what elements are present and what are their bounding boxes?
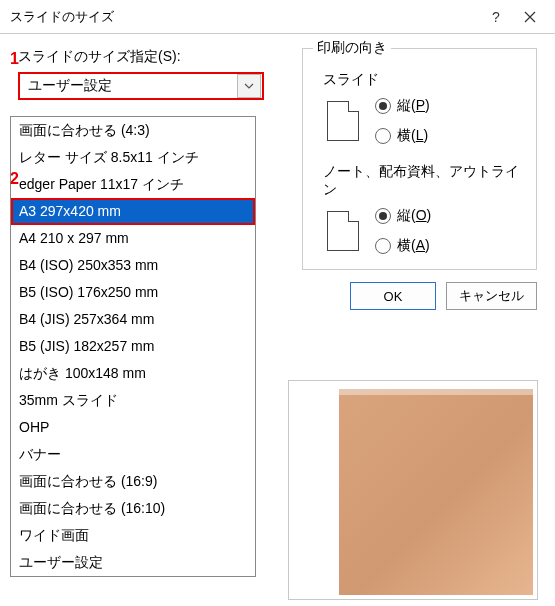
slide-orientation-label: スライド <box>323 71 524 89</box>
slide-size-option[interactable]: 35mm スライド <box>11 387 255 414</box>
notes-orientation-label: ノート、配布資料、アウトライン <box>323 163 524 199</box>
preview-image <box>339 389 533 595</box>
orientation-legend: 印刷の向き <box>313 39 391 57</box>
slide-size-option[interactable]: 画面に合わせる (16:10) <box>11 495 255 522</box>
dropdown-selected-value: ユーザー設定 <box>20 77 236 95</box>
slide-size-option[interactable]: ワイド画面 <box>11 522 255 549</box>
page-portrait-icon <box>327 101 359 141</box>
slide-size-option[interactable]: B5 (JIS) 182x257 mm <box>11 333 255 360</box>
dialog-title: スライドのサイズ <box>10 8 479 26</box>
slide-portrait-radio[interactable]: 縦(P) <box>375 97 430 115</box>
slide-size-dropdown[interactable]: ユーザー設定 <box>18 72 264 100</box>
radio-label: 横(L) <box>397 127 428 145</box>
slide-size-option[interactable]: 画面に合わせる (16:9) <box>11 468 255 495</box>
orientation-group: 印刷の向き スライド 縦(P) 横(L) ノート、配布資料、アウトライン <box>302 48 537 270</box>
titlebar: スライドのサイズ ? <box>0 0 555 34</box>
radio-label: 縦(O) <box>397 207 431 225</box>
slide-size-option[interactable]: A3 297x420 mm <box>11 198 255 225</box>
ok-button[interactable]: OK <box>350 282 436 310</box>
slide-size-option[interactable]: レター サイズ 8.5x11 インチ <box>11 144 255 171</box>
radio-label: 縦(P) <box>397 97 430 115</box>
slide-size-option[interactable]: ユーザー設定 <box>11 549 255 576</box>
slide-size-option[interactable]: A4 210 x 297 mm <box>11 225 255 252</box>
background-preview-panel <box>288 380 538 600</box>
slide-size-option-list[interactable]: 画面に合わせる (4:3)レター サイズ 8.5x11 インチedger Pap… <box>10 116 256 577</box>
notes-radio-stack: 縦(O) 横(A) <box>375 207 431 255</box>
slide-orientation-row: 縦(P) 横(L) <box>327 97 524 145</box>
annotation-marker-2: 2 <box>10 170 19 188</box>
radio-label: 横(A) <box>397 237 430 255</box>
slide-size-label: スライドのサイズ指定(S): <box>18 48 278 66</box>
dialog-button-row: OK キャンセル <box>302 282 537 310</box>
chevron-down-icon <box>237 74 261 98</box>
right-column: 印刷の向き スライド 縦(P) 横(L) ノート、配布資料、アウトライン <box>302 48 537 310</box>
radio-icon <box>375 208 391 224</box>
notes-orientation-row: 縦(O) 横(A) <box>327 207 524 255</box>
slide-size-option[interactable]: バナー <box>11 441 255 468</box>
slide-size-option[interactable]: OHP <box>11 414 255 441</box>
notes-landscape-radio[interactable]: 横(A) <box>375 237 431 255</box>
cancel-button[interactable]: キャンセル <box>446 282 537 310</box>
slide-size-option[interactable]: B4 (JIS) 257x364 mm <box>11 306 255 333</box>
slide-size-option[interactable]: edger Paper 11x17 インチ <box>11 171 255 198</box>
radio-icon <box>375 128 391 144</box>
notes-portrait-radio[interactable]: 縦(O) <box>375 207 431 225</box>
slide-size-option[interactable]: はがき 100x148 mm <box>11 360 255 387</box>
annotation-marker-1: 1 <box>10 50 19 68</box>
page-portrait-icon <box>327 211 359 251</box>
slide-size-option[interactable]: B5 (ISO) 176x250 mm <box>11 279 255 306</box>
close-button[interactable] <box>513 3 547 31</box>
radio-icon <box>375 238 391 254</box>
slide-landscape-radio[interactable]: 横(L) <box>375 127 430 145</box>
help-button[interactable]: ? <box>479 3 513 31</box>
radio-icon <box>375 98 391 114</box>
slide-size-option[interactable]: 画面に合わせる (4:3) <box>11 117 255 144</box>
slide-size-option[interactable]: B4 (ISO) 250x353 mm <box>11 252 255 279</box>
slide-radio-stack: 縦(P) 横(L) <box>375 97 430 145</box>
